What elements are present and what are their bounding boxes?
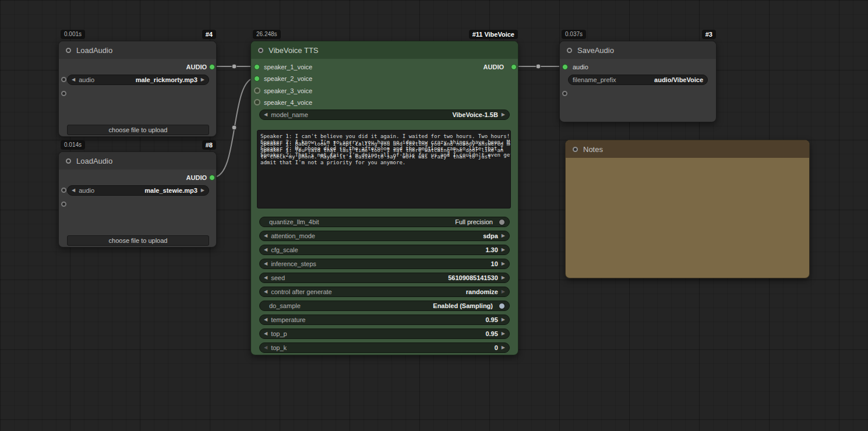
widget-input-slot[interactable]	[562, 91, 567, 96]
param-label: attention_mode	[271, 232, 315, 239]
node-titlebar[interactable]: Notes	[566, 140, 809, 158]
decrement-arrow-icon[interactable]: ◀	[264, 259, 267, 269]
next-arrow-icon[interactable]: ▶	[502, 109, 505, 120]
param-top-k[interactable]: ◀ top_k 0 ▶	[259, 342, 510, 353]
link-midpoint-dot[interactable]	[232, 125, 237, 130]
choose-file-button[interactable]: choose file to upload	[67, 125, 209, 135]
speaker-1-input-pin[interactable]	[254, 64, 260, 70]
audio-output-pin[interactable]	[209, 175, 215, 181]
collapse-dot-icon[interactable]	[567, 48, 572, 53]
collapse-dot-icon[interactable]	[66, 48, 71, 53]
increment-arrow-icon[interactable]: ▶	[502, 342, 505, 353]
next-arrow-icon[interactable]: ▶	[502, 287, 505, 297]
audio-output-pin[interactable]	[209, 64, 215, 70]
node-titlebar[interactable]: VibeVoice TTS	[251, 41, 518, 59]
dialogue-text-area[interactable]: Speaker 1: I can't believe you did it ag…	[257, 130, 511, 209]
decrement-arrow-icon[interactable]: ◀	[264, 315, 267, 325]
input-slot-label: speaker_4_voice	[264, 99, 312, 106]
node-title: Notes	[583, 145, 603, 154]
node-order-badge: #8	[202, 140, 216, 150]
output-slot-label: AUDIO	[186, 63, 207, 70]
node-title: SaveAudio	[577, 46, 614, 55]
decrement-arrow-icon[interactable]: ◀	[264, 273, 267, 283]
node-order-badge: #3	[702, 30, 716, 39]
param-label: top_p	[271, 330, 287, 337]
node-titlebar[interactable]: LoadAudio	[59, 41, 216, 59]
next-arrow-icon[interactable]: ▶	[201, 75, 204, 85]
input-slot-label: speaker_2_voice	[264, 75, 312, 82]
model-name-widget[interactable]: ◀ model_name VibeVoice-1.5B ▶	[259, 109, 510, 120]
input-slot-label: audio	[573, 63, 588, 70]
audio-file-widget[interactable]: ◀ audio male_stewie.mp3 ▶	[67, 185, 209, 196]
node-title: LoadAudio	[76, 157, 112, 165]
speaker-3-input-pin[interactable]	[254, 87, 260, 94]
param-inference-steps[interactable]: ◀ inference_steps 10 ▶	[259, 259, 510, 269]
increment-arrow-icon[interactable]: ▶	[502, 328, 505, 339]
param-label: temperature	[271, 316, 305, 323]
widget-input-slot[interactable]	[61, 188, 66, 193]
choose-file-button[interactable]: choose file to upload	[67, 235, 209, 246]
speaker-2-input-pin[interactable]	[254, 76, 260, 82]
widget-value: audio/VibeVoice	[654, 76, 703, 83]
param-control-after-generate[interactable]: ◀ control after generate randomize ▶	[259, 287, 510, 297]
param-value: randomize	[466, 288, 498, 295]
decrement-arrow-icon[interactable]: ◀	[264, 245, 267, 255]
toggle-off-icon[interactable]	[499, 219, 505, 225]
increment-arrow-icon[interactable]: ▶	[502, 259, 505, 269]
execution-time-badge: 0.037s	[562, 30, 586, 39]
param-label: inference_steps	[271, 260, 316, 267]
collapse-dot-icon[interactable]	[66, 158, 71, 164]
node-vibevoice-tts[interactable]: 26.248s #11 VibeVoice VibeVoice TTS spea…	[250, 41, 518, 355]
output-slot-label: AUDIO	[484, 63, 504, 70]
increment-arrow-icon[interactable]: ▶	[502, 315, 505, 325]
param-value: 1.30	[485, 246, 497, 253]
collapse-dot-icon[interactable]	[573, 147, 578, 152]
speaker-4-input-pin[interactable]	[254, 99, 260, 105]
node-graph-canvas[interactable]: 0.001s #4 LoadAudio AUDIO ◀ audio male_r…	[0, 0, 868, 431]
param-quantize-llm-4bit[interactable]: quantize_llm_4bit Full precision	[259, 217, 510, 227]
param-label: seed	[271, 274, 285, 281]
node-loadaudio-2[interactable]: 0.014s #8 LoadAudio AUDIO ◀ audio male_s…	[58, 151, 217, 248]
prev-arrow-icon[interactable]: ◀	[72, 185, 75, 196]
param-do-sample[interactable]: do_sample Enabled (Sampling)	[259, 301, 510, 311]
node-order-badge: #11 VibeVoice	[469, 30, 518, 39]
param-top-p[interactable]: ◀ top_p 0.95 ▶	[259, 328, 510, 339]
widget-input-slot[interactable]	[61, 202, 66, 207]
filename-prefix-widget[interactable]: filename_prefix audio/VibeVoice	[568, 75, 708, 85]
next-arrow-icon[interactable]: ▶	[201, 185, 204, 196]
next-arrow-icon[interactable]: ▶	[502, 231, 505, 241]
param-value: 0.95	[485, 330, 497, 337]
node-notes[interactable]: Notes	[565, 140, 810, 278]
audio-file-widget[interactable]: ◀ audio male_rickmorty.mp3 ▶	[67, 75, 209, 85]
input-slot-label: speaker_1_voice	[264, 63, 312, 70]
audio-input-pin[interactable]	[562, 64, 568, 70]
prev-arrow-icon[interactable]: ◀	[264, 109, 267, 120]
widget-input-slot[interactable]	[61, 77, 66, 82]
prev-arrow-icon[interactable]: ◀	[264, 231, 267, 241]
collapse-dot-icon[interactable]	[258, 48, 263, 53]
param-attention-mode[interactable]: ◀ attention_mode sdpa ▶	[259, 231, 510, 241]
link-midpoint-dot[interactable]	[232, 64, 237, 69]
node-titlebar[interactable]: SaveAudio	[560, 41, 716, 59]
node-titlebar[interactable]: LoadAudio	[59, 152, 216, 169]
increment-arrow-icon[interactable]: ▶	[502, 273, 505, 283]
param-cfg-scale[interactable]: ◀ cfg_scale 1.30 ▶	[259, 245, 510, 255]
node-saveaudio[interactable]: 0.037s #3 SaveAudio audio filename_prefi…	[559, 41, 717, 122]
node-loadaudio-1[interactable]: 0.001s #4 LoadAudio AUDIO ◀ audio male_r…	[58, 41, 217, 137]
prev-arrow-icon[interactable]: ◀	[264, 287, 267, 297]
audio-output-pin[interactable]	[511, 64, 517, 70]
widget-value: VibeVoice-1.5B	[452, 111, 497, 118]
execution-time-badge: 26.248s	[253, 30, 281, 39]
decrement-arrow-icon[interactable]: ◀	[264, 342, 267, 353]
link-midpoint-dot[interactable]	[536, 64, 541, 69]
param-temperature[interactable]: ◀ temperature 0.95 ▶	[259, 315, 510, 325]
widget-input-slot[interactable]	[61, 91, 66, 96]
param-value: Enabled (Sampling)	[433, 302, 493, 309]
toggle-on-icon[interactable]	[499, 303, 505, 309]
output-slot-label: AUDIO	[186, 174, 207, 181]
increment-arrow-icon[interactable]: ▶	[502, 245, 505, 255]
prev-arrow-icon[interactable]: ◀	[72, 75, 75, 85]
decrement-arrow-icon[interactable]: ◀	[264, 328, 267, 339]
param-seed[interactable]: ◀ seed 56109085141530 ▶	[259, 273, 510, 283]
notes-content-area[interactable]	[566, 158, 809, 278]
